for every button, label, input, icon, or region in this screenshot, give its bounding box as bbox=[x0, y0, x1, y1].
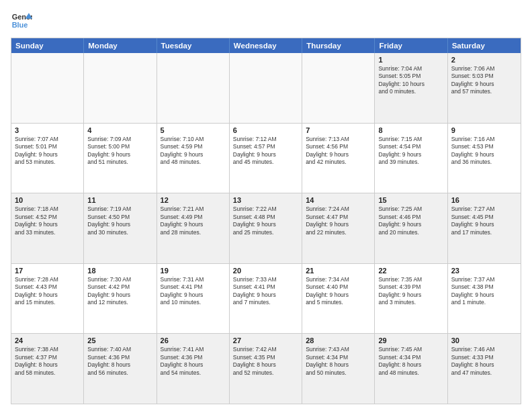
day-info: Sunrise: 7:35 AM Sunset: 4:39 PM Dayligh… bbox=[378, 276, 443, 307]
calendar-body: 1Sunrise: 7:04 AM Sunset: 5:05 PM Daylig… bbox=[11, 53, 521, 404]
calendar-cell: 26Sunrise: 7:41 AM Sunset: 4:36 PM Dayli… bbox=[157, 334, 230, 404]
day-number: 11 bbox=[87, 196, 152, 204]
calendar-row: 24Sunrise: 7:38 AM Sunset: 4:37 PM Dayli… bbox=[11, 333, 521, 404]
day-number: 30 bbox=[451, 336, 517, 345]
day-info: Sunrise: 7:42 AM Sunset: 4:35 PM Dayligh… bbox=[233, 346, 298, 377]
calendar-cell: 9Sunrise: 7:16 AM Sunset: 4:53 PM Daylig… bbox=[448, 124, 521, 193]
logo-icon: General Blue bbox=[11, 11, 32, 32]
day-number: 17 bbox=[15, 267, 80, 275]
calendar-cell: 5Sunrise: 7:10 AM Sunset: 4:59 PM Daylig… bbox=[157, 124, 230, 193]
calendar: SundayMondayTuesdayWednesdayThursdayFrid… bbox=[11, 38, 521, 404]
calendar-cell: 30Sunrise: 7:46 AM Sunset: 4:33 PM Dayli… bbox=[448, 334, 521, 404]
day-number: 3 bbox=[15, 126, 80, 134]
calendar-cell: 14Sunrise: 7:24 AM Sunset: 4:47 PM Dayli… bbox=[302, 193, 375, 263]
calendar-cell: 12Sunrise: 7:21 AM Sunset: 4:49 PM Dayli… bbox=[157, 193, 230, 263]
day-number: 8 bbox=[378, 126, 443, 134]
day-number: 19 bbox=[161, 267, 226, 275]
day-info: Sunrise: 7:12 AM Sunset: 4:57 PM Dayligh… bbox=[233, 136, 298, 167]
calendar-cell: 22Sunrise: 7:35 AM Sunset: 4:39 PM Dayli… bbox=[375, 264, 447, 334]
day-info: Sunrise: 7:33 AM Sunset: 4:41 PM Dayligh… bbox=[233, 276, 298, 307]
day-number: 2 bbox=[451, 56, 517, 64]
calendar-cell: 20Sunrise: 7:33 AM Sunset: 4:41 PM Dayli… bbox=[230, 264, 302, 334]
calendar-cell: 25Sunrise: 7:40 AM Sunset: 4:36 PM Dayli… bbox=[84, 334, 157, 404]
weekday-header: Tuesday bbox=[157, 38, 230, 53]
day-info: Sunrise: 7:19 AM Sunset: 4:50 PM Dayligh… bbox=[87, 205, 152, 236]
day-number: 16 bbox=[451, 196, 517, 204]
calendar-cell: 29Sunrise: 7:45 AM Sunset: 4:34 PM Dayli… bbox=[375, 334, 447, 404]
calendar-cell: 4Sunrise: 7:09 AM Sunset: 5:00 PM Daylig… bbox=[84, 124, 157, 193]
day-info: Sunrise: 7:34 AM Sunset: 4:40 PM Dayligh… bbox=[306, 276, 371, 307]
calendar-row: 1Sunrise: 7:04 AM Sunset: 5:05 PM Daylig… bbox=[11, 53, 521, 123]
day-number: 18 bbox=[87, 267, 152, 275]
day-number: 15 bbox=[378, 196, 443, 204]
calendar-cell bbox=[230, 53, 302, 123]
weekday-header: Saturday bbox=[448, 38, 521, 53]
day-number: 24 bbox=[15, 336, 80, 345]
day-info: Sunrise: 7:13 AM Sunset: 4:56 PM Dayligh… bbox=[306, 136, 371, 167]
day-number: 7 bbox=[306, 126, 371, 134]
day-number: 12 bbox=[161, 196, 226, 204]
weekday-header: Wednesday bbox=[230, 38, 302, 53]
weekday-header: Friday bbox=[375, 38, 447, 53]
day-info: Sunrise: 7:43 AM Sunset: 4:34 PM Dayligh… bbox=[306, 346, 371, 377]
page: General Blue SundayMondayTuesdayWednesda… bbox=[0, 0, 532, 411]
day-info: Sunrise: 7:38 AM Sunset: 4:37 PM Dayligh… bbox=[15, 346, 80, 377]
day-number: 13 bbox=[233, 196, 298, 204]
day-info: Sunrise: 7:27 AM Sunset: 4:45 PM Dayligh… bbox=[451, 205, 517, 236]
calendar-cell: 7Sunrise: 7:13 AM Sunset: 4:56 PM Daylig… bbox=[302, 124, 375, 193]
day-info: Sunrise: 7:45 AM Sunset: 4:34 PM Dayligh… bbox=[378, 346, 443, 377]
calendar-cell: 23Sunrise: 7:37 AM Sunset: 4:38 PM Dayli… bbox=[448, 264, 521, 334]
day-info: Sunrise: 7:09 AM Sunset: 5:00 PM Dayligh… bbox=[87, 136, 152, 167]
calendar-cell bbox=[11, 53, 84, 123]
day-info: Sunrise: 7:28 AM Sunset: 4:43 PM Dayligh… bbox=[15, 276, 80, 307]
day-info: Sunrise: 7:40 AM Sunset: 4:36 PM Dayligh… bbox=[87, 346, 152, 377]
day-info: Sunrise: 7:06 AM Sunset: 5:03 PM Dayligh… bbox=[451, 65, 517, 96]
day-number: 21 bbox=[306, 267, 371, 275]
day-number: 10 bbox=[15, 196, 80, 204]
day-info: Sunrise: 7:31 AM Sunset: 4:41 PM Dayligh… bbox=[161, 276, 226, 307]
day-number: 14 bbox=[306, 196, 371, 204]
day-info: Sunrise: 7:24 AM Sunset: 4:47 PM Dayligh… bbox=[306, 205, 371, 236]
calendar-row: 17Sunrise: 7:28 AM Sunset: 4:43 PM Dayli… bbox=[11, 263, 521, 334]
weekday-header: Monday bbox=[84, 38, 157, 53]
calendar-cell: 16Sunrise: 7:27 AM Sunset: 4:45 PM Dayli… bbox=[448, 193, 521, 263]
day-number: 4 bbox=[87, 126, 152, 134]
day-info: Sunrise: 7:04 AM Sunset: 5:05 PM Dayligh… bbox=[378, 65, 443, 96]
calendar-cell: 10Sunrise: 7:18 AM Sunset: 4:52 PM Dayli… bbox=[11, 193, 84, 263]
calendar-cell: 28Sunrise: 7:43 AM Sunset: 4:34 PM Dayli… bbox=[302, 334, 375, 404]
day-info: Sunrise: 7:22 AM Sunset: 4:48 PM Dayligh… bbox=[233, 205, 298, 236]
calendar-cell: 11Sunrise: 7:19 AM Sunset: 4:50 PM Dayli… bbox=[84, 193, 157, 263]
day-info: Sunrise: 7:46 AM Sunset: 4:33 PM Dayligh… bbox=[451, 346, 517, 377]
day-info: Sunrise: 7:07 AM Sunset: 5:01 PM Dayligh… bbox=[15, 136, 80, 167]
day-number: 27 bbox=[233, 336, 298, 345]
day-info: Sunrise: 7:15 AM Sunset: 4:54 PM Dayligh… bbox=[378, 136, 443, 167]
calendar-cell: 18Sunrise: 7:30 AM Sunset: 4:42 PM Dayli… bbox=[84, 264, 157, 334]
weekday-header: Sunday bbox=[11, 38, 84, 53]
calendar-cell: 13Sunrise: 7:22 AM Sunset: 4:48 PM Dayli… bbox=[230, 193, 302, 263]
svg-text:Blue: Blue bbox=[12, 21, 28, 29]
calendar-cell: 19Sunrise: 7:31 AM Sunset: 4:41 PM Dayli… bbox=[157, 264, 230, 334]
calendar-cell: 8Sunrise: 7:15 AM Sunset: 4:54 PM Daylig… bbox=[375, 124, 447, 193]
calendar-cell: 15Sunrise: 7:25 AM Sunset: 4:46 PM Dayli… bbox=[375, 193, 447, 263]
header: General Blue bbox=[11, 11, 521, 32]
day-number: 23 bbox=[451, 267, 517, 275]
calendar-cell: 1Sunrise: 7:04 AM Sunset: 5:05 PM Daylig… bbox=[375, 53, 447, 123]
day-number: 6 bbox=[233, 126, 298, 134]
calendar-cell bbox=[302, 53, 375, 123]
day-number: 1 bbox=[378, 56, 443, 64]
calendar-cell: 24Sunrise: 7:38 AM Sunset: 4:37 PM Dayli… bbox=[11, 334, 84, 404]
calendar-cell bbox=[84, 53, 157, 123]
calendar-row: 10Sunrise: 7:18 AM Sunset: 4:52 PM Dayli… bbox=[11, 193, 521, 263]
calendar-cell: 3Sunrise: 7:07 AM Sunset: 5:01 PM Daylig… bbox=[11, 124, 84, 193]
day-info: Sunrise: 7:25 AM Sunset: 4:46 PM Dayligh… bbox=[378, 205, 443, 236]
calendar-cell bbox=[157, 53, 230, 123]
calendar-cell: 2Sunrise: 7:06 AM Sunset: 5:03 PM Daylig… bbox=[448, 53, 521, 123]
day-number: 26 bbox=[161, 336, 226, 345]
day-number: 9 bbox=[451, 126, 517, 134]
day-info: Sunrise: 7:18 AM Sunset: 4:52 PM Dayligh… bbox=[15, 205, 80, 236]
day-number: 20 bbox=[233, 267, 298, 275]
calendar-cell: 17Sunrise: 7:28 AM Sunset: 4:43 PM Dayli… bbox=[11, 264, 84, 334]
day-info: Sunrise: 7:30 AM Sunset: 4:42 PM Dayligh… bbox=[87, 276, 152, 307]
day-info: Sunrise: 7:21 AM Sunset: 4:49 PM Dayligh… bbox=[161, 205, 226, 236]
calendar-cell: 6Sunrise: 7:12 AM Sunset: 4:57 PM Daylig… bbox=[230, 124, 302, 193]
